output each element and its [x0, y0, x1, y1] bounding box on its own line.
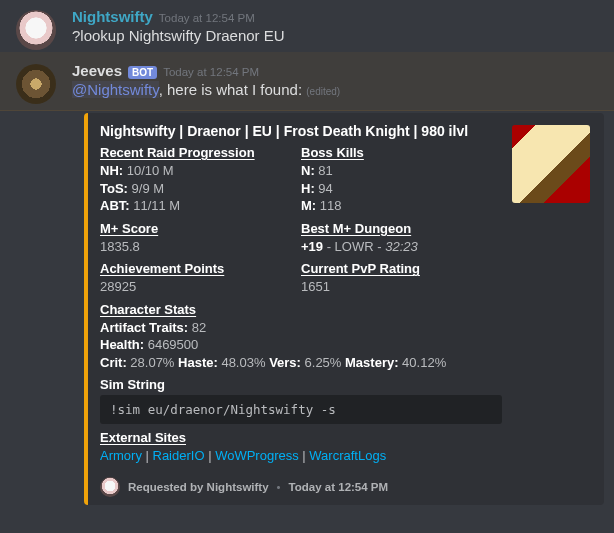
- message-body: Nightswifty Today at 12:54 PM ?lookup Ni…: [72, 8, 610, 50]
- field-value: 1835.8: [100, 238, 301, 256]
- field-name: Best M+ Dungeon: [301, 221, 502, 236]
- footer-time: Today at 12:54 PM: [289, 481, 389, 493]
- field-name: Recent Raid Progression: [100, 145, 301, 160]
- separator: |: [142, 448, 153, 463]
- field-character-stats: Character Stats Artifact Traits: 82 Heal…: [100, 302, 502, 372]
- label: Health:: [100, 337, 144, 352]
- field-name: Achievement Points: [100, 261, 301, 276]
- label: N:: [301, 163, 315, 178]
- reply-text: , here is what I found:: [159, 81, 302, 98]
- field-name: M+ Score: [100, 221, 301, 236]
- embed-container: Nightswifty | Draenor | EU | Frost Death…: [84, 113, 614, 505]
- field-value: +19 - LOWR - 32:23: [301, 238, 502, 256]
- field-value: N: 81 H: 94 M: 118: [301, 162, 502, 215]
- field-value: 1651: [301, 278, 502, 296]
- field-value: Artifact Traits: 82 Health: 6469500 Crit…: [100, 319, 502, 372]
- value: 6469500: [144, 337, 198, 352]
- value: 28.07%: [127, 355, 178, 370]
- field-name: Current PvP Rating: [301, 261, 502, 276]
- label: ABT:: [100, 198, 130, 213]
- edited-label: (edited): [306, 86, 340, 97]
- embed-thumbnail[interactable]: [512, 125, 590, 203]
- embed-fields: Recent Raid Progression NH: 10/10 M ToS:…: [100, 145, 502, 471]
- message-user: Nightswifty Today at 12:54 PM ?lookup Ni…: [12, 0, 614, 52]
- separator: |: [205, 448, 216, 463]
- username[interactable]: Nightswifty: [72, 8, 153, 25]
- footer-dot: •: [277, 481, 281, 493]
- field-sim-string: Sim String !sim eu/draenor/Nightswifty -…: [100, 377, 502, 424]
- avatar[interactable]: [16, 10, 56, 50]
- field-mplus-score: M+ Score 1835.8: [100, 221, 301, 256]
- timestamp: Today at 12:54 PM: [163, 66, 259, 78]
- embed-main: Nightswifty | Draenor | EU | Frost Death…: [100, 123, 502, 497]
- value: 9/9 M: [128, 181, 164, 196]
- value: 48.03%: [218, 355, 269, 370]
- separator: |: [299, 448, 310, 463]
- label: H:: [301, 181, 315, 196]
- label: Vers:: [269, 355, 301, 370]
- value: 10/10 M: [123, 163, 174, 178]
- field-raid-progression: Recent Raid Progression NH: 10/10 M ToS:…: [100, 145, 301, 215]
- sim-code[interactable]: !sim eu/draenor/Nightswifty -s: [100, 395, 502, 424]
- time: 32:23: [385, 239, 418, 254]
- value: 40.12%: [399, 355, 447, 370]
- field-name: Character Stats: [100, 302, 502, 317]
- field-best-dungeon: Best M+ Dungeon +19 - LOWR - 32:23: [301, 221, 502, 256]
- embed: Nightswifty | Draenor | EU | Frost Death…: [84, 113, 604, 505]
- message-bot: Jeeves BOT Today at 12:54 PM @Nightswift…: [12, 54, 614, 106]
- link-wowprogress[interactable]: WoWProgress: [215, 448, 299, 463]
- footer-avatar: [100, 477, 120, 497]
- bot-tag: BOT: [128, 66, 157, 79]
- message-content: @Nightswifty, here is what I found: (edi…: [72, 81, 610, 98]
- link-raiderio[interactable]: RaiderIO: [153, 448, 205, 463]
- value: 94: [315, 181, 333, 196]
- link-armory[interactable]: Armory: [100, 448, 142, 463]
- field-achievement-points: Achievement Points 28925: [100, 261, 301, 296]
- label: Haste:: [178, 355, 218, 370]
- label: NH:: [100, 163, 123, 178]
- field-value: NH: 10/10 M ToS: 9/9 M ABT: 11/11 M: [100, 162, 301, 215]
- timestamp: Today at 12:54 PM: [159, 12, 255, 24]
- mention-highlight: Jeeves BOT Today at 12:54 PM @Nightswift…: [0, 52, 614, 111]
- value: 11/11 M: [130, 198, 181, 213]
- footer-text: Requested by Nightswifty: [128, 481, 269, 493]
- field-name: Boss Kills: [301, 145, 502, 160]
- key-level: +19: [301, 239, 323, 254]
- label: Artifact Traits:: [100, 320, 188, 335]
- label: Crit:: [100, 355, 127, 370]
- field-boss-kills: Boss Kills N: 81 H: 94 M: 118: [301, 145, 502, 215]
- message-header: Nightswifty Today at 12:54 PM: [72, 8, 610, 25]
- message-body: Jeeves BOT Today at 12:54 PM @Nightswift…: [72, 62, 610, 104]
- message-header: Jeeves BOT Today at 12:54 PM: [72, 62, 610, 79]
- label: ToS:: [100, 181, 128, 196]
- field-value: Armory | RaiderIO | WoWProgress | Warcra…: [100, 447, 502, 465]
- value: 6.25%: [301, 355, 345, 370]
- field-pvp-rating: Current PvP Rating 1651: [301, 261, 502, 296]
- field-value: 28925: [100, 278, 301, 296]
- field-name: Sim String: [100, 377, 502, 392]
- dungeon-name: - LOWR -: [323, 239, 385, 254]
- value: 81: [315, 163, 333, 178]
- value: 118: [316, 198, 341, 213]
- link-warcraftlogs[interactable]: WarcraftLogs: [309, 448, 386, 463]
- embed-title: Nightswifty | Draenor | EU | Frost Death…: [100, 123, 502, 139]
- value: 82: [188, 320, 206, 335]
- username[interactable]: Jeeves: [72, 62, 122, 79]
- label: Mastery:: [345, 355, 398, 370]
- message-content: ?lookup Nightswifty Draenor EU: [72, 27, 610, 44]
- avatar[interactable]: [16, 64, 56, 104]
- embed-footer: Requested by Nightswifty • Today at 12:5…: [100, 477, 502, 497]
- field-name: External Sites: [100, 430, 502, 445]
- label: M:: [301, 198, 316, 213]
- field-external-sites: External Sites Armory | RaiderIO | WoWPr…: [100, 430, 502, 465]
- mention[interactable]: @Nightswifty: [72, 81, 159, 98]
